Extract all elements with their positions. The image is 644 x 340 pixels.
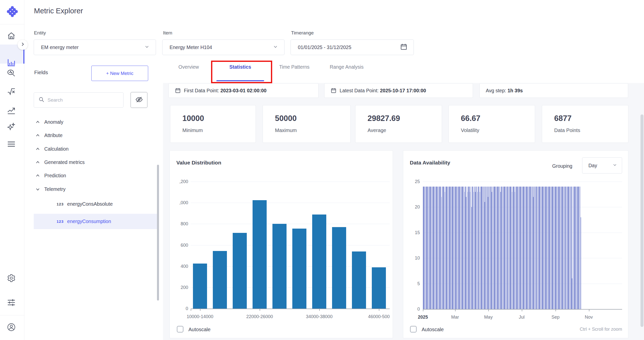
axis-tick <box>455 309 456 311</box>
metric-search[interactable] <box>34 92 124 108</box>
tree-item-label: Anomaly <box>44 119 63 125</box>
x-tick-label: Jul <box>510 314 533 320</box>
entity-select-value: EM energy meter <box>41 45 144 50</box>
histogram-bar[interactable] <box>272 224 287 309</box>
availability-bar[interactable] <box>581 217 581 309</box>
chevron-up-icon[interactable] <box>35 173 41 179</box>
sliders-icon[interactable] <box>6 297 17 308</box>
histogram-bar[interactable] <box>213 251 227 309</box>
chevron-up-icon[interactable] <box>35 146 41 152</box>
page-title: Metric Explorer <box>34 7 83 15</box>
chip-text: First Data Point: 2023-03-01 02:00:00 <box>184 88 266 94</box>
chip-text: Avg step: 1h 39s <box>486 88 523 94</box>
autoscale-label: Autoscale <box>422 327 444 332</box>
tree-item-anomaly[interactable]: Anomaly <box>35 115 153 129</box>
sqrt-icon[interactable] <box>6 86 17 97</box>
timerange-input[interactable]: 01/01/2025 - 31/12/2025 <box>291 39 414 55</box>
stat-card-minimum: 10000Minimum <box>170 105 256 143</box>
y-tick-label: 200 <box>173 285 188 290</box>
histogram-bar[interactable] <box>292 229 306 309</box>
hide-fields-button[interactable] <box>131 92 147 108</box>
stat-label: Minimum <box>182 128 256 133</box>
fields-scrollbar[interactable] <box>157 165 159 301</box>
grouping-select[interactable]: Day <box>582 157 622 174</box>
tree-item-label: Generated metrics <box>44 159 85 165</box>
entity-label: Entity <box>34 30 46 36</box>
anomaly-search-icon[interactable] <box>6 67 17 79</box>
axis-tick <box>191 309 191 311</box>
y-tick-label: 400 <box>173 264 188 269</box>
info-chip: Avg step: 1h 39s <box>479 83 628 98</box>
calendar-icon <box>331 88 337 94</box>
tree-item-prediction[interactable]: Prediction <box>35 169 153 182</box>
histogram-bar[interactable] <box>253 200 267 309</box>
tab-overview[interactable]: Overview <box>174 64 204 75</box>
home-icon[interactable] <box>6 30 17 42</box>
stat-value: 50000 <box>275 114 350 123</box>
tree-item-telemetry[interactable]: Telemetry <box>35 183 153 196</box>
histogram-bar[interactable] <box>193 264 207 309</box>
autoscale-checkbox[interactable] <box>177 326 183 332</box>
profile-icon[interactable] <box>6 321 17 333</box>
tree-item-energyConsAbsolute[interactable]: 123energyConsAbsolute <box>34 196 158 212</box>
axis-tick <box>555 309 556 311</box>
bar-chart-icon[interactable] <box>6 57 17 68</box>
axis-tick <box>379 309 379 311</box>
gridline <box>191 203 390 203</box>
tab-range-analysis[interactable]: Range Analysis <box>324 64 369 75</box>
entity-select[interactable]: EM energy meter <box>34 39 156 55</box>
sparkles-icon[interactable] <box>6 121 17 132</box>
x-tick-label: 10000-14000 <box>177 314 223 319</box>
y-tick-label: ,000 <box>173 200 188 205</box>
chevron-down-icon[interactable] <box>35 187 41 192</box>
gear-icon[interactable] <box>6 272 17 284</box>
stat-value: 10000 <box>182 114 256 123</box>
calendar-icon <box>175 88 181 94</box>
chevron-up-icon[interactable] <box>35 160 41 165</box>
x-tick-label: Sep <box>544 314 567 320</box>
x-tick-label: Nov <box>578 314 600 320</box>
axis-tick <box>200 309 200 311</box>
sidebar-collapse-button[interactable] <box>18 40 28 50</box>
tree-item-generated-metrics[interactable]: Generated metrics <box>35 156 153 169</box>
histogram-bar[interactable] <box>312 215 326 309</box>
new-metric-button[interactable]: + New Metric <box>91 66 148 81</box>
search-input[interactable] <box>48 97 119 103</box>
histogram-bar[interactable] <box>372 267 386 309</box>
annotation-box <box>211 61 272 83</box>
chevron-up-icon[interactable] <box>35 119 41 125</box>
histogram-bar[interactable] <box>332 227 346 309</box>
chevron-up-icon[interactable] <box>35 133 41 138</box>
chevron-down-icon <box>144 44 150 51</box>
item-select[interactable]: Energy Meter H104 <box>162 39 285 55</box>
axis-tick <box>488 309 489 311</box>
menu-lines-icon[interactable] <box>6 138 17 150</box>
tree-item-label: Prediction <box>44 173 66 179</box>
y-tick-label: 600 <box>173 243 188 248</box>
x-tick-label: May <box>477 314 500 320</box>
gridline <box>423 182 622 182</box>
trend-icon[interactable] <box>6 105 17 117</box>
tree-item-label: Telemetry <box>44 186 66 192</box>
tree-item-label: energyConsAbsolute <box>67 201 113 207</box>
gridline <box>191 182 390 182</box>
tree-item-calculation[interactable]: Calculation <box>35 142 153 156</box>
info-chip: First Data Point: 2023-03-01 02:00:00 <box>169 83 318 98</box>
tab-time-patterns[interactable]: Time Patterns <box>273 64 316 75</box>
tree-item-energyConsumption[interactable]: 123energyConsumption <box>34 214 158 229</box>
app-logo[interactable] <box>0 0 24 24</box>
gridline <box>191 224 390 224</box>
x-axis-line <box>191 309 390 309</box>
histogram-bar[interactable] <box>233 233 247 309</box>
histogram-bar[interactable] <box>352 251 366 309</box>
value-distribution-panel: Value Distribution ,200,0008006004002000… <box>170 150 393 338</box>
autoscale-checkbox[interactable] <box>410 326 417 332</box>
page-scrollbar[interactable] <box>640 114 643 327</box>
y-tick-label: 20 <box>405 204 420 209</box>
stat-card-maximum: 50000Maximum <box>263 105 351 143</box>
tree-item-attribute[interactable]: Attribute <box>35 129 153 142</box>
stat-label: Data Points <box>554 128 628 133</box>
gridline <box>191 245 390 245</box>
x-tick-label: 2025 <box>412 314 434 320</box>
y-tick-label: 5 <box>405 281 420 286</box>
